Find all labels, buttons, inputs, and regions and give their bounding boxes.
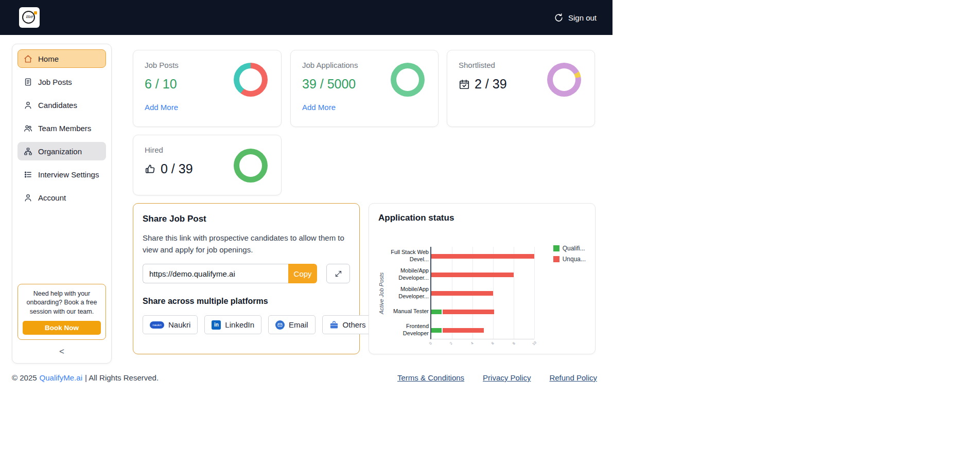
sign-out-icon — [554, 13, 564, 23]
sidebar-item-candidates[interactable]: Candidates — [18, 96, 106, 114]
header: me Sign out — [0, 0, 612, 35]
shortlisted-donut — [547, 63, 581, 97]
expand-button[interactable] — [326, 264, 350, 283]
document-icon — [24, 78, 32, 86]
sidebar-item-label: Account — [38, 193, 66, 202]
sign-out-button[interactable]: Sign out — [554, 13, 597, 23]
add-more-link[interactable]: Add More — [145, 103, 178, 112]
footer-links: Terms & Conditions Privacy Policy Refund… — [397, 373, 597, 382]
chart-category-label: Mobile/App Developer... — [386, 284, 429, 302]
x-tick-label: 2 — [449, 341, 453, 346]
bar-row — [431, 265, 534, 284]
job-applications-donut — [391, 63, 425, 97]
chart-legend: Qualifi...Unqua... — [553, 245, 586, 263]
gridline — [534, 247, 535, 339]
sidebar-item-home[interactable]: Home — [18, 49, 106, 68]
bar-segment — [431, 291, 493, 296]
platforms-title: Share across multiple platforms — [143, 297, 350, 306]
bar-segment — [443, 328, 484, 333]
logo-me-text: me — [26, 14, 33, 19]
privacy-link[interactable]: Privacy Policy — [483, 373, 531, 382]
copyright-year: © 2025 — [12, 373, 37, 382]
person-icon — [24, 193, 32, 202]
sidebar-item-label: Candidates — [38, 101, 77, 110]
logo[interactable]: me — [19, 7, 40, 28]
sign-out-label: Sign out — [568, 13, 597, 22]
legend-label: Qualifi... — [563, 245, 585, 252]
copy-button[interactable]: Copy — [288, 264, 318, 283]
rights-text: | All Rights Reserved. — [85, 373, 159, 382]
sidebar-collapse-button[interactable]: < — [18, 347, 106, 356]
application-status-card: Application status Active Job Posts Full… — [369, 203, 596, 354]
share-naukri-button[interactable]: naukri Naukri — [143, 315, 198, 334]
job-posts-card: Job Posts 6 / 10 Add More — [133, 50, 282, 127]
bar-segment — [443, 310, 494, 314]
share-url-row: Copy — [143, 264, 350, 283]
sidebar-item-team-members[interactable]: Team Members — [18, 119, 106, 137]
platform-label: Naukri — [168, 320, 190, 329]
shortlisted-card: Shortlisted 2 / 39 — [447, 50, 595, 127]
book-now-button[interactable]: Book Now — [23, 321, 101, 335]
x-tick-label: 10 — [532, 340, 537, 346]
copyright: © 2025 QualifyMe.ai | All Rights Reserve… — [12, 373, 159, 382]
person-icon — [24, 101, 32, 110]
terms-link[interactable]: Terms & Conditions — [397, 373, 464, 382]
share-description: Share this link with prospective candida… — [143, 232, 344, 256]
sidebar-item-label: Organization — [38, 147, 82, 156]
sidebar-item-interview-settings[interactable]: Interview Settings — [18, 165, 106, 184]
people-icon — [24, 124, 32, 133]
sidebar-item-job-posts[interactable]: Job Posts — [18, 73, 106, 91]
onboarding-help-box: Need help with your onboarding? Book a f… — [18, 284, 106, 340]
org-chart-icon — [24, 147, 32, 156]
app: me Sign out Home Job Posts Candidates Te… — [0, 0, 612, 471]
application-status-title: Application status — [378, 213, 586, 223]
logo-dot-icon — [34, 11, 37, 14]
bar-row — [431, 284, 534, 302]
chart-category-label: Manual Tester — [386, 302, 429, 321]
sidebar-item-organization[interactable]: Organization — [18, 142, 106, 160]
expand-icon — [335, 270, 342, 278]
bar-segment — [431, 254, 534, 259]
hired-card: Hired 0 / 39 — [133, 135, 282, 195]
chart-category-labels: Full Stack Web Devel...Mobile/App Develo… — [386, 247, 429, 339]
share-title: Share Job Post — [143, 214, 350, 224]
sidebar-item-label: Job Posts — [38, 78, 72, 86]
x-tick-label: 0 — [428, 341, 432, 346]
bar-segment — [431, 273, 514, 277]
sidebar-item-account[interactable]: Account — [18, 188, 106, 207]
bar-row — [431, 302, 534, 321]
x-tick-label: 6 — [491, 341, 495, 346]
calendar-check-icon — [459, 79, 470, 90]
thumbs-up-icon — [145, 164, 156, 175]
refund-link[interactable]: Refund Policy — [549, 373, 597, 382]
stat-value-text: 2 / 39 — [475, 77, 507, 92]
bar-segment — [431, 310, 442, 314]
legend-label: Unqua... — [563, 256, 586, 263]
home-icon — [24, 55, 32, 63]
bar-segment — [431, 328, 442, 333]
footer: © 2025 QualifyMe.ai | All Rights Reserve… — [0, 366, 612, 382]
platform-label: Email — [289, 320, 308, 329]
chart-y-axis-label: Active Job Posts — [378, 247, 384, 339]
linkedin-icon: in — [212, 320, 221, 330]
share-others-button[interactable]: Others — [322, 315, 373, 334]
share-linkedin-button[interactable]: in LinkedIn — [204, 315, 261, 334]
legend-item: Qualifi... — [553, 245, 586, 252]
bar-row — [431, 247, 534, 265]
share-email-button[interactable]: Email — [268, 315, 316, 334]
platform-label: LinkedIn — [225, 320, 254, 329]
application-status-chart: Active Job Posts Full Stack Web Devel...… — [378, 233, 586, 355]
chart-category-label: Frontend Developer — [386, 321, 429, 339]
help-text: Need help with your onboarding? Book a f… — [23, 289, 101, 317]
add-more-link[interactable]: Add More — [302, 103, 336, 112]
naukri-icon: naukri — [150, 321, 164, 329]
list-settings-icon — [24, 170, 32, 179]
briefcase-icon — [329, 320, 339, 330]
email-icon — [275, 320, 285, 330]
legend-swatch — [553, 256, 559, 262]
qualifyme-link[interactable]: QualifyMe.ai — [40, 373, 82, 382]
job-applications-card: Job Applications 39 / 5000 Add More — [290, 50, 439, 127]
sidebar: Home Job Posts Candidates Team Members O… — [12, 44, 112, 364]
share-url-input[interactable] — [143, 264, 288, 283]
hired-donut — [234, 149, 268, 183]
